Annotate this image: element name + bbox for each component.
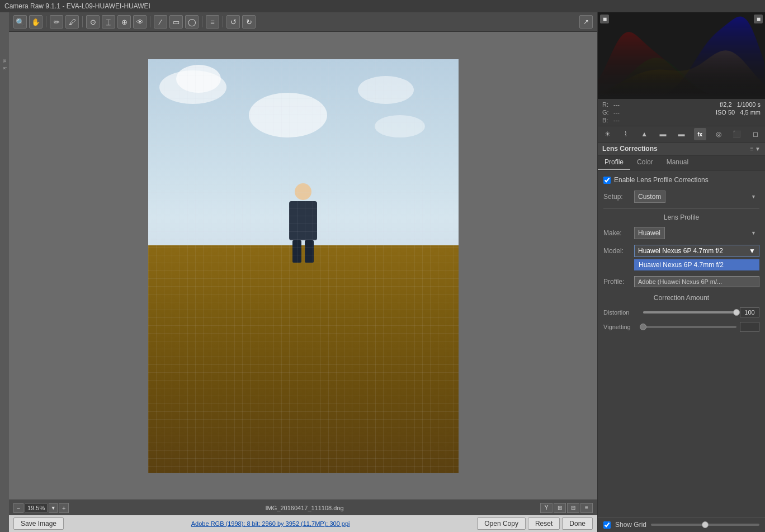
left-panel: B k (0, 12, 9, 532)
status-bar: − 19.5% ▼ + IMG_20160417_111108.dng Y ⊞ … (9, 500, 597, 515)
figure-body (289, 201, 317, 240)
hsl-icon[interactable]: ▬ (657, 128, 669, 140)
toolbar-right: ↗ (579, 15, 593, 28)
reset-button[interactable]: Reset (528, 517, 560, 530)
save-image-button[interactable]: Save Image (13, 517, 64, 530)
exposure-icon[interactable]: ☀ (601, 128, 613, 140)
setup-select[interactable]: Default Custom Auto (634, 191, 665, 203)
grid-slider-thumb[interactable] (702, 521, 709, 528)
model-dropdown-item-0[interactable]: Huawei Nexus 6P 4.7mm f/2 (634, 259, 759, 270)
graduated-filter-tool[interactable]: ▭ (169, 15, 183, 28)
effects-icon[interactable]: ◎ (712, 128, 725, 140)
toolset-bar: ☀ ⌇ ▲ ▬ ▬ fx ◎ ⬛ ◻ (598, 126, 765, 142)
rotate-ccw-tool[interactable]: ↺ (226, 15, 240, 28)
show-grid-checkbox[interactable] (603, 521, 611, 529)
tool-separator-4 (202, 16, 202, 27)
histogram-warning-shadows[interactable]: ◼ (600, 15, 609, 23)
iso-focal: ISO 50 4,5 mm (682, 109, 761, 116)
make-select[interactable]: Huawei Canon Nikon (634, 227, 665, 239)
zoom-value-display: 19.5% (25, 504, 48, 512)
show-grid-row: Show Grid (598, 517, 765, 532)
spot-removal-tool[interactable]: ⊕ (117, 15, 131, 28)
adjustment-brush-tool[interactable]: ∕ (154, 15, 167, 28)
make-label: Make: (603, 229, 634, 237)
view-btn-menu[interactable]: ≡ (580, 503, 593, 513)
toolbar: 🔍 ✋ ✏ 🖊 ⊙ ⌶ ⊕ 👁 ∕ ▭ ◯ ≡ ↺ ↻ ↗ (9, 12, 597, 32)
radial-filter-tool[interactable]: ◯ (185, 15, 199, 28)
distortion-slider-fill (643, 311, 736, 314)
preferences-tool[interactable]: ≡ (206, 15, 219, 28)
right-panel: ◼ ◼ R: --- G: --- B: --- (597, 12, 765, 532)
enable-lens-label[interactable]: Enable Lens Profile Corrections (614, 176, 709, 184)
r-channel-info: R: --- (602, 101, 681, 108)
aperture-value: f/2,2 (720, 101, 731, 108)
lens-corrections-icon[interactable]: fx (694, 128, 706, 140)
tabs-bar: Profile Color Manual (598, 155, 765, 170)
figure-leg-left (292, 240, 301, 263)
crop-tool[interactable]: ⌶ (102, 15, 115, 28)
show-grid-label[interactable]: Show Grid (615, 521, 646, 529)
distortion-slider-thumb[interactable] (733, 309, 740, 316)
presets-icon[interactable]: ◻ (749, 128, 762, 140)
zoom-decrease-button[interactable]: − (13, 503, 23, 513)
canvas-area (9, 32, 597, 500)
correction-section: Correction Amount Distortion Vignetting (603, 294, 759, 332)
tone-curve-icon[interactable]: ⌇ (620, 128, 632, 140)
zoom-dropdown-button[interactable]: ▼ (49, 503, 58, 513)
view-controls: Y ⊞ ⊟ ≡ (540, 503, 593, 513)
r-label: R: (602, 101, 611, 108)
figure-leg-right (305, 240, 314, 263)
zoom-tool[interactable]: 🔍 (13, 15, 27, 28)
focal-value: 4,5 mm (740, 109, 761, 116)
model-label: Model: (603, 247, 634, 255)
view-btn-compare-1[interactable]: ⊞ (554, 503, 566, 513)
tab-manual[interactable]: Manual (660, 155, 695, 170)
lens-profile-title: Lens Profile (603, 213, 759, 221)
view-btn-compare-2[interactable]: ⊟ (567, 503, 579, 513)
distortion-row: Distortion (603, 307, 759, 317)
done-button[interactable]: Done (562, 517, 593, 530)
rotate-cw-tool[interactable]: ↻ (242, 15, 256, 28)
tab-color[interactable]: Color (630, 155, 660, 170)
white-balance-tool[interactable]: ✏ (50, 15, 63, 28)
hand-tool[interactable]: ✋ (29, 15, 42, 28)
make-row: Make: Huawei Canon Nikon (603, 227, 759, 239)
g-value: --- (613, 109, 620, 116)
detail-icon[interactable]: ▲ (638, 128, 650, 140)
color-sampler-tool[interactable]: 🖊 (65, 15, 79, 28)
ground-bg (148, 245, 459, 473)
tab-profile[interactable]: Profile (598, 155, 630, 170)
model-dropdown-button[interactable]: Huawei Nexus 6P 4.7mm f/2 ▼ (634, 245, 759, 257)
model-dropdown-list: Huawei Nexus 6P 4.7mm f/2 (634, 259, 759, 270)
open-copy-button[interactable]: Open Copy (477, 517, 526, 530)
profile-label: Profile: (603, 278, 634, 286)
targeted-adjustment-tool[interactable]: ⊙ (86, 15, 100, 28)
grid-slider-track[interactable] (651, 524, 759, 526)
distortion-value-input[interactable] (740, 307, 759, 317)
g-label: G: (602, 109, 611, 116)
vignetting-slider-thumb (640, 324, 646, 330)
vignetting-row: Vignetting (603, 322, 759, 332)
model-select-area: Huawei Nexus 6P 4.7mm f/2 ▼ (634, 245, 759, 257)
view-btn-y[interactable]: Y (540, 503, 552, 513)
model-dropdown-value: Huawei Nexus 6P 4.7mm f/2 (638, 247, 723, 255)
export-button[interactable]: ↗ (579, 15, 593, 28)
panel-menu-icon[interactable]: ≡ ▼ (750, 146, 761, 152)
split-tone-icon[interactable]: ▬ (676, 128, 688, 140)
model-row: Model: Huawei Nexus 6P 4.7mm f/2 ▼ Huawe… (603, 245, 759, 270)
histogram-warning-highlights[interactable]: ◼ (754, 15, 763, 23)
panel-content: Enable Lens Profile Corrections Setup: D… (598, 170, 765, 517)
image-container (148, 59, 459, 473)
camera-calibration-icon[interactable]: ⬛ (731, 128, 743, 140)
tool-separator-2 (82, 16, 83, 27)
vignetting-label: Vignetting (603, 324, 640, 330)
zoom-increase-button[interactable]: + (59, 503, 69, 513)
make-select-wrapper: Huawei Canon Nikon (634, 227, 759, 239)
enable-lens-checkbox[interactable] (603, 177, 611, 184)
left-panel-label-b: B (2, 59, 7, 63)
color-profile-info[interactable]: Adobe RGB (1998); 8 bit; 2960 by 3952 (1… (64, 520, 477, 527)
correction-amount-title: Correction Amount (603, 294, 759, 302)
red-eye-tool[interactable]: 👁 (133, 15, 147, 28)
distortion-slider-track[interactable] (643, 311, 736, 314)
b-value: --- (613, 117, 620, 124)
